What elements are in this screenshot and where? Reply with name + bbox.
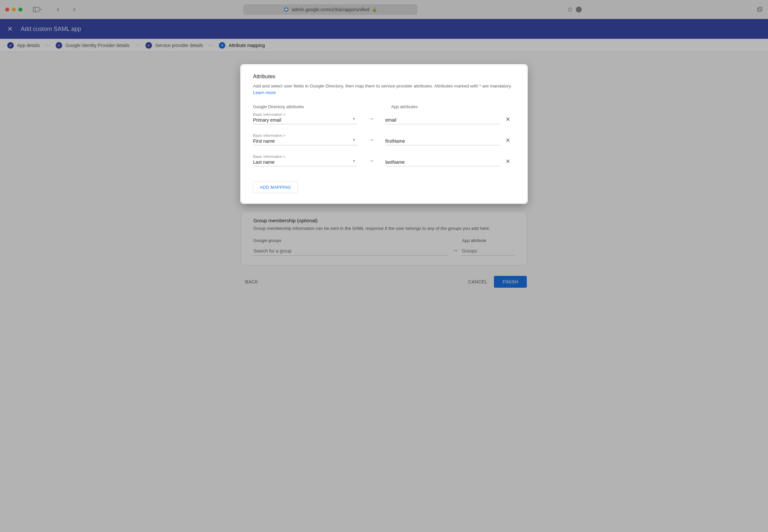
mapping-row: Basic Information > First name ▼ → ✕ <box>253 133 515 145</box>
attribute-value: First name <box>253 138 357 144</box>
modal-title: Add custom SAML app <box>21 26 81 33</box>
step-attribute-mapping[interactable]: 4 Attribute mapping <box>219 42 265 49</box>
step-idp-details[interactable]: Google Identity Provider details <box>56 42 130 49</box>
card-title: Attributes <box>253 74 515 80</box>
browser-toolbar: ▾ admin.google.com/u/3/ac/apps/unified 🔒… <box>0 0 768 19</box>
url-text: admin.google.com/u/3/ac/apps/unified <box>292 7 369 12</box>
step-number-badge: 4 <box>219 42 226 49</box>
learn-more-link[interactable]: Learn more <box>253 90 276 95</box>
finish-button[interactable]: FINISH <box>494 276 527 288</box>
group-app-attribute-input[interactable] <box>462 246 515 256</box>
page-menu-button[interactable]: ⋯ <box>576 7 582 12</box>
minimize-window-button[interactable] <box>12 8 16 12</box>
back-button[interactable]: BACK <box>241 276 262 288</box>
svg-rect-5 <box>758 7 762 11</box>
attributes-card: Attributes Add and select user fields in… <box>241 65 527 203</box>
forward-button[interactable] <box>71 6 77 13</box>
step-divider <box>135 45 140 45</box>
attribute-value: Primary email <box>253 117 357 123</box>
svg-rect-4 <box>757 8 761 12</box>
back-button[interactable] <box>55 6 61 13</box>
arrow-icon: → <box>357 157 385 166</box>
url-bar[interactable]: admin.google.com/u/3/ac/apps/unified 🔒 <box>243 4 418 15</box>
step-label: Google Identity Provider details <box>65 43 130 48</box>
chevron-right-icon <box>72 7 76 12</box>
step-divider <box>45 45 50 45</box>
directory-attributes-header: Google Directory attributes <box>253 104 372 109</box>
app-attribute-input[interactable] <box>385 137 500 145</box>
arrow-icon: → <box>357 136 385 145</box>
remove-mapping-button[interactable]: ✕ <box>500 116 515 124</box>
mapping-row: Basic Information > Primary email ▼ → ✕ <box>253 112 515 124</box>
dropdown-icon: ▼ <box>352 138 356 142</box>
tabs-icon <box>756 7 762 12</box>
arrow-icon: → <box>448 247 462 256</box>
group-membership-card: Group membership (optional) Group member… <box>241 211 527 265</box>
site-favicon-icon <box>284 7 289 12</box>
step-sp-details[interactable]: Service provider details <box>145 42 204 49</box>
directory-attribute-select[interactable]: Basic Information > First name ▼ <box>253 133 357 145</box>
remove-mapping-button[interactable]: ✕ <box>500 158 515 166</box>
mapping-row: Basic Information > Last name ▼ → ✕ <box>253 155 515 166</box>
group-app-attribute-header: App attribute <box>462 238 515 243</box>
svg-rect-0 <box>33 7 39 12</box>
check-icon <box>7 42 14 49</box>
attribute-category: Basic Information > <box>253 155 357 158</box>
stepper: App details Google Identity Provider det… <box>0 39 768 52</box>
attribute-category: Basic Information > <box>253 112 357 116</box>
step-app-details[interactable]: App details <box>7 42 40 49</box>
tabs-button[interactable] <box>756 6 763 13</box>
close-window-button[interactable] <box>5 8 9 12</box>
add-mapping-button[interactable]: ADD MAPPING <box>253 181 298 193</box>
group-search-input[interactable] <box>253 246 447 256</box>
step-label: App details <box>17 43 40 48</box>
chevron-left-icon <box>56 7 60 12</box>
window-controls <box>5 8 22 12</box>
step-label: Service provider details <box>155 43 204 48</box>
dropdown-icon: ▼ <box>352 117 356 121</box>
close-modal-button[interactable]: ✕ <box>7 25 13 33</box>
step-divider <box>208 45 214 45</box>
directory-attribute-select[interactable]: Basic Information > Primary email ▼ <box>253 112 357 124</box>
app-attribute-input[interactable] <box>385 158 500 166</box>
modal-header: ✕ Add custom SAML app <box>0 19 768 39</box>
check-icon <box>56 42 62 49</box>
maximize-window-button[interactable] <box>18 8 22 12</box>
group-title: Group membership (optional) <box>253 218 515 223</box>
sidebar-icon <box>33 7 39 12</box>
google-groups-header: Google groups <box>253 238 448 243</box>
remove-mapping-button[interactable]: ✕ <box>500 137 515 145</box>
dropdown-icon: ▼ <box>352 159 356 163</box>
card-subtitle: Add and select user fields in Google Dir… <box>253 83 515 96</box>
reload-icon[interactable] <box>567 7 572 12</box>
cancel-button[interactable]: CANCEL <box>464 276 492 288</box>
attribute-value: Last name <box>253 159 357 165</box>
sidebar-toggle-button[interactable]: ▾ <box>33 7 42 12</box>
lock-icon: 🔒 <box>372 7 377 12</box>
directory-attribute-select[interactable]: Basic Information > Last name ▼ <box>253 155 357 166</box>
app-attributes-header: App attributes <box>391 104 515 109</box>
step-label: Attribute mapping <box>229 43 265 48</box>
footer-actions: BACK CANCEL FINISH <box>241 273 527 290</box>
arrow-icon: → <box>357 115 385 124</box>
attribute-category: Basic Information > <box>253 133 357 137</box>
group-subtitle: Group membership information can be sent… <box>253 226 515 231</box>
check-icon <box>145 42 152 49</box>
app-attribute-input[interactable] <box>385 116 500 124</box>
